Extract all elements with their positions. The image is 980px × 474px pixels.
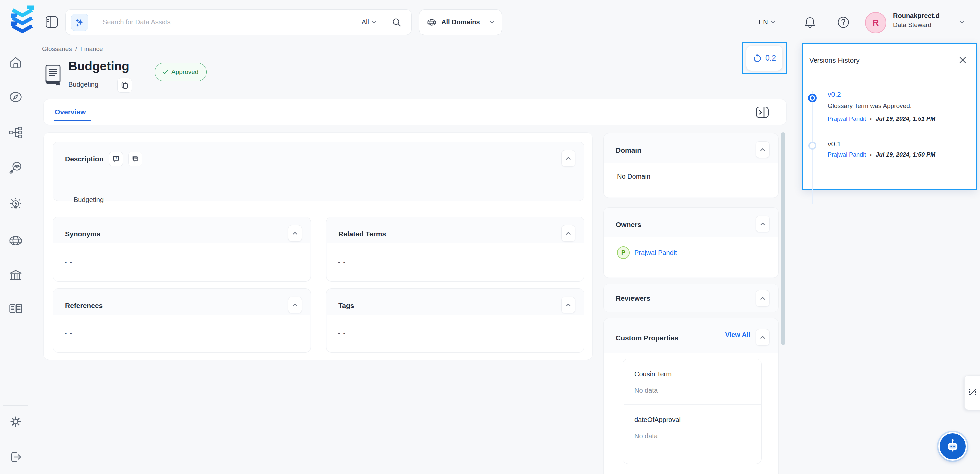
app-logo-icon[interactable]: [8, 4, 37, 33]
owner-item[interactable]: P Prajwal Pandit: [617, 247, 677, 259]
collapse-reviewers-button[interactable]: [756, 290, 770, 307]
owner-name-link[interactable]: Prajwal Pandit: [634, 249, 677, 257]
chevron-up-icon: [566, 304, 571, 307]
version-author-link[interactable]: Prajwal Pandit: [828, 116, 866, 122]
synonyms-title: Synonyms: [65, 230, 100, 238]
domain-value: No Domain: [617, 173, 650, 180]
version-entry-note: Glossary Term was Approved.: [828, 102, 912, 110]
check-icon: [163, 70, 168, 74]
explore-compass-icon: [8, 89, 23, 104]
version-button[interactable]: 0.2: [746, 46, 782, 71]
breadcrumb-finance[interactable]: Finance: [80, 45, 103, 52]
bullet: •: [870, 116, 872, 122]
user-menu-chevron-icon[interactable]: [960, 21, 964, 24]
help-icon[interactable]: [837, 16, 850, 29]
chevron-up-icon: [566, 157, 571, 160]
sidebar-item-domains[interactable]: [7, 232, 25, 250]
custom-property-row: Cousin Term No data: [623, 359, 761, 404]
chevron-down-icon: [490, 21, 495, 24]
version-timestamp: Jul 19, 2024, 1:51 PM: [876, 116, 935, 122]
sidebar-item-governance[interactable]: [7, 266, 25, 284]
sidebar-item-lineage[interactable]: [7, 124, 25, 142]
search-input[interactable]: Search for Data Assets: [103, 18, 362, 26]
sparkle-icon[interactable]: [71, 14, 88, 31]
divider: [147, 64, 147, 82]
term-display-name: Budgeting: [68, 81, 98, 88]
domain-title: Domain: [616, 146, 641, 154]
observability-icon: [8, 161, 23, 175]
references-empty-value: - -: [65, 329, 73, 337]
chevron-up-icon: [293, 232, 298, 235]
custom-property-row: dateOfApproval No data: [623, 405, 761, 450]
collapse-owners-button[interactable]: [756, 216, 770, 232]
synonyms-empty-value: - -: [65, 259, 73, 266]
governance-bank-icon: [8, 268, 23, 283]
bell-icon[interactable]: [804, 16, 816, 29]
search-icon[interactable]: [392, 17, 401, 27]
custom-properties-card: Custom Properties View All Cousin Term N…: [603, 318, 778, 474]
search-scope-label: All: [362, 18, 369, 26]
description-text: Budgeting: [73, 196, 103, 204]
collapse-tags-button[interactable]: [562, 297, 576, 313]
lineage-icon: [8, 126, 23, 140]
sidebar-item-observability[interactable]: [7, 159, 25, 177]
custom-properties-list: Cousin Term No data dateOfApproval No da…: [623, 359, 762, 464]
scrollbar[interactable]: [781, 132, 785, 345]
related-terms-title: Related Terms: [338, 230, 386, 238]
related-terms-card: Related Terms - -: [326, 217, 584, 282]
collapse-synonyms-button[interactable]: [288, 225, 302, 242]
version-radio-unselected[interactable]: [808, 142, 816, 150]
owners-card: Owners P Prajwal Pandit: [603, 207, 778, 278]
breadcrumb-glossaries[interactable]: Glossaries: [42, 45, 72, 52]
version-radio-selected[interactable]: [808, 94, 816, 102]
chevron-up-icon: [760, 223, 765, 226]
chevron-up-icon: [566, 232, 571, 235]
edge-widget[interactable]: [964, 375, 980, 410]
request-description-button[interactable]: ?: [109, 152, 123, 167]
chat-bot-button[interactable]: [939, 432, 967, 461]
copy-icon: [121, 81, 128, 89]
divider: [93, 15, 93, 29]
version-entry-meta: Prajwal Pandit • Jul 19, 2024, 1:51 PM: [828, 116, 935, 122]
language-selector[interactable]: EN: [759, 13, 775, 30]
copy-button[interactable]: [117, 78, 132, 92]
breadcrumb: Glossaries / Finance: [42, 45, 103, 52]
sidebar-item-home[interactable]: [7, 53, 25, 71]
tags-title: Tags: [338, 302, 354, 310]
comments-button[interactable]: [128, 152, 142, 167]
description-title: Description: [65, 155, 103, 163]
home-icon: [8, 55, 23, 70]
version-author-link[interactable]: Prajwal Pandit: [828, 151, 866, 158]
collapse-references-button[interactable]: [288, 297, 302, 313]
sidebar-item-explore[interactable]: [7, 88, 25, 106]
collapse-custom-properties-button[interactable]: [756, 329, 770, 345]
domains-globe-icon: [8, 233, 23, 248]
collapse-related-terms-button[interactable]: [562, 225, 576, 242]
close-icon[interactable]: [957, 54, 968, 65]
bullet: •: [870, 153, 872, 158]
user-avatar[interactable]: R: [865, 12, 886, 33]
sidebar-item-insights[interactable]: [7, 196, 25, 214]
global-search-bar[interactable]: Search for Data Assets All: [65, 9, 412, 35]
tab-overview[interactable]: Overview: [55, 108, 86, 116]
custom-properties-title: Custom Properties: [616, 334, 678, 342]
user-name: Rounakpreet.d: [893, 12, 940, 20]
svg-text:?: ?: [115, 157, 117, 160]
breadcrumb-separator: /: [75, 45, 77, 52]
collapse-right-panel-icon[interactable]: [756, 106, 769, 119]
reviewers-title: Reviewers: [616, 294, 650, 302]
search-scope-dropdown[interactable]: All: [362, 18, 376, 26]
version-entry-label[interactable]: v0.2: [828, 90, 841, 98]
all-domains-dropdown[interactable]: All Domains: [419, 9, 502, 35]
sidebar-toggle-icon[interactable]: [45, 16, 58, 28]
collapse-description-button[interactable]: [562, 150, 576, 167]
status-badge: Approved: [154, 62, 207, 81]
version-timestamp: Jul 19, 2024, 1:50 PM: [876, 151, 935, 158]
collapse-domain-button[interactable]: [756, 142, 770, 158]
chevron-up-icon: [293, 304, 298, 307]
version-entry-label[interactable]: v0.1: [828, 140, 841, 148]
sidebar-item-settings[interactable]: [7, 413, 25, 431]
sidebar-item-glossary[interactable]: [7, 300, 25, 318]
sidebar-item-logout[interactable]: [7, 448, 25, 466]
view-all-link[interactable]: View All: [725, 331, 750, 339]
